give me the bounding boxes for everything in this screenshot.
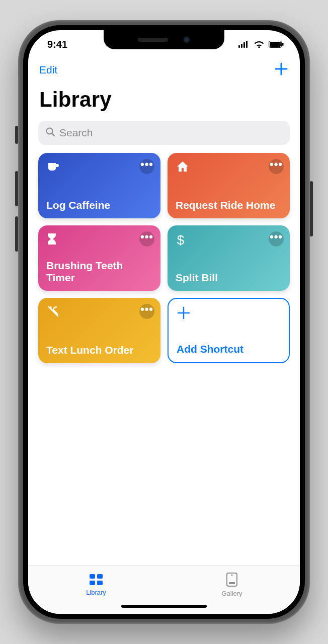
more-button[interactable]: ••• — [269, 231, 284, 247]
plus-icon — [177, 306, 191, 320]
svg-line-8 — [52, 133, 55, 136]
svg-rect-0 — [238, 45, 240, 48]
more-button[interactable]: ••• — [139, 304, 154, 319]
svg-rect-15 — [229, 582, 235, 584]
shortcut-label: Request Ride Home — [176, 199, 282, 211]
cellular-icon — [238, 41, 250, 48]
cup-icon — [46, 160, 60, 174]
shortcut-card-brushing-teeth-timer[interactable]: ••• Brushing Teeth Timer — [38, 225, 160, 291]
shortcut-card-text-lunch-order[interactable]: ••• Text Lunch Order — [38, 298, 160, 363]
tab-label: Gallery — [221, 590, 242, 597]
shortcut-grid: ••• Log Caffeine ••• Request Ride Home •… — [28, 153, 300, 363]
search-input[interactable] — [59, 127, 283, 139]
edit-button[interactable]: Edit — [39, 64, 57, 76]
add-button[interactable] — [274, 61, 289, 78]
home-indicator[interactable] — [121, 605, 207, 608]
tab-library[interactable]: Library — [28, 566, 164, 603]
svg-rect-1 — [241, 44, 242, 48]
svg-rect-5 — [270, 42, 281, 47]
volume-up-button — [15, 171, 18, 206]
more-button[interactable]: ••• — [139, 159, 154, 174]
svg-point-16 — [231, 574, 233, 576]
nav-bar: Edit — [28, 58, 300, 80]
svg-rect-13 — [97, 581, 103, 585]
status-time: 9:41 — [47, 39, 67, 50]
svg-rect-6 — [282, 43, 284, 46]
svg-rect-12 — [90, 581, 95, 585]
shortcut-card-split-bill[interactable]: $ ••• Split Bill — [168, 225, 290, 291]
svg-text:$: $ — [177, 232, 185, 248]
more-button[interactable]: ••• — [139, 231, 154, 247]
svg-rect-10 — [90, 574, 95, 579]
add-shortcut-card[interactable]: Add Shortcut — [168, 298, 290, 363]
page-title: Library — [28, 80, 300, 116]
shortcut-label: Brushing Teeth Timer — [46, 260, 152, 284]
volume-down-button — [15, 216, 18, 252]
shortcut-card-request-ride-home[interactable]: ••• Request Ride Home — [168, 153, 290, 218]
shortcut-label: Text Lunch Order — [46, 344, 152, 356]
library-grid-icon — [89, 573, 104, 588]
hourglass-icon — [46, 232, 60, 247]
svg-rect-2 — [243, 42, 245, 48]
shortcut-card-log-caffeine[interactable]: ••• Log Caffeine — [38, 153, 160, 218]
notch — [104, 30, 224, 49]
dollar-icon: $ — [176, 232, 190, 247]
speaker — [138, 38, 168, 42]
front-camera — [183, 36, 190, 43]
search-field[interactable] — [38, 121, 290, 145]
svg-rect-11 — [97, 574, 103, 579]
utensils-icon — [46, 305, 60, 319]
silence-switch — [15, 126, 18, 144]
shortcut-label: Split Bill — [176, 272, 282, 284]
home-icon — [176, 160, 190, 174]
wifi-icon — [254, 40, 265, 48]
battery-icon — [269, 41, 284, 48]
add-shortcut-label: Add Shortcut — [177, 343, 281, 355]
gallery-icon — [226, 572, 238, 589]
device-frame: 9:41 Edit — [18, 20, 310, 624]
shortcut-label: Log Caffeine — [46, 199, 152, 211]
more-button[interactable]: ••• — [269, 159, 284, 174]
search-icon — [45, 127, 55, 139]
svg-rect-3 — [246, 41, 248, 48]
power-button — [310, 181, 313, 236]
tab-gallery[interactable]: Gallery — [164, 566, 300, 603]
svg-point-7 — [47, 128, 53, 134]
tab-label: Library — [86, 589, 106, 596]
